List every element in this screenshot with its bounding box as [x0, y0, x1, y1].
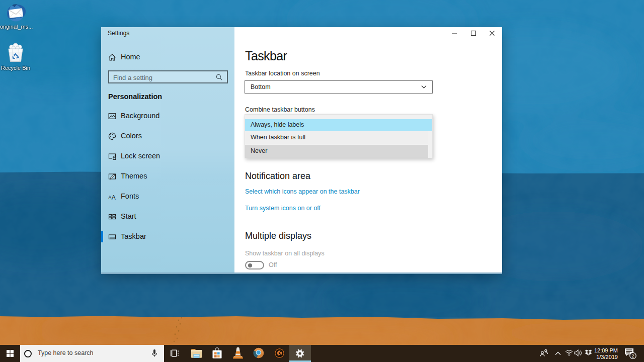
svg-text:A: A	[109, 195, 112, 200]
svg-text:2: 2	[631, 353, 634, 358]
svg-text:A: A	[112, 194, 116, 201]
